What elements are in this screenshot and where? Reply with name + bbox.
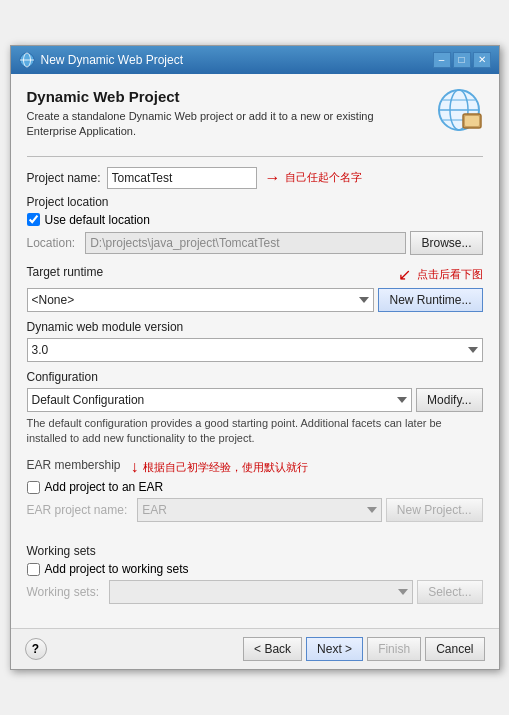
project-name-annotation: 自己任起个名字	[285, 170, 362, 185]
working-sets-select[interactable]	[109, 580, 413, 604]
minimize-button[interactable]: –	[433, 52, 451, 68]
window-icon	[19, 52, 35, 68]
ear-membership-label: EAR membership	[27, 458, 121, 472]
globe-icon	[435, 86, 483, 134]
add-to-working-sets-label: Add project to working sets	[45, 562, 189, 576]
arrow-down-icon: ↙	[398, 265, 411, 284]
close-button[interactable]: ✕	[473, 52, 491, 68]
back-button[interactable]: < Back	[243, 637, 302, 661]
browse-button[interactable]: Browse...	[410, 231, 482, 255]
finish-button[interactable]: Finish	[367, 637, 421, 661]
modify-button[interactable]: Modify...	[416, 388, 482, 412]
configuration-select[interactable]: Default Configuration	[27, 388, 413, 412]
target-runtime-section: Target runtime ↙ 点击后看下图 <None> New Runti…	[27, 265, 483, 312]
project-name-annotation-area: → 自己任起个名字	[265, 169, 362, 187]
configuration-section: Configuration Default Configuration Modi…	[27, 370, 483, 447]
add-to-working-sets-checkbox[interactable]	[27, 563, 40, 576]
configuration-hint: The default configuration provides a goo…	[27, 416, 483, 447]
arrow-right-icon: →	[265, 169, 281, 187]
content-area: Dynamic Web Project Create a standalone …	[11, 74, 499, 629]
use-default-location-label: Use default location	[45, 213, 150, 227]
configuration-row: Default Configuration Modify...	[27, 388, 483, 412]
help-button[interactable]: ?	[25, 638, 47, 660]
title-bar-controls: – □ ✕	[433, 52, 491, 68]
project-name-input[interactable]	[107, 167, 257, 189]
project-location-label: Project location	[27, 195, 483, 209]
maximize-button[interactable]: □	[453, 52, 471, 68]
add-to-ear-label: Add project to an EAR	[45, 480, 164, 494]
title-bar: New Dynamic Web Project – □ ✕	[11, 46, 499, 74]
target-runtime-select[interactable]: <None>	[27, 288, 375, 312]
web-module-version-select[interactable]: 3.0	[27, 338, 483, 362]
footer-right: < Back Next > Finish Cancel	[243, 637, 484, 661]
ear-membership-section: EAR membership ↓ 根据自己初学经验，使用默认就行 Add pro…	[27, 454, 483, 536]
project-name-label: Project name:	[27, 171, 101, 185]
ear-project-name-label: EAR project name:	[27, 503, 128, 517]
footer-left: ?	[25, 638, 47, 660]
title-bar-left: New Dynamic Web Project	[19, 52, 184, 68]
ear-project-name-row: EAR project name: EAR New Project...	[27, 498, 483, 522]
working-sets-label: Working sets	[27, 544, 483, 558]
working-sets-section: Working sets Add project to working sets…	[27, 544, 483, 604]
web-module-version-section: Dynamic web module version 3.0	[27, 320, 483, 362]
project-location-section: Project location Use default location Lo…	[27, 195, 483, 255]
use-default-location-checkbox[interactable]	[27, 213, 40, 226]
cancel-button[interactable]: Cancel	[425, 637, 484, 661]
target-runtime-annotation: 点击后看下图	[417, 267, 483, 282]
ear-arrow-icon: ↓	[131, 458, 139, 476]
select-button[interactable]: Select...	[417, 580, 482, 604]
ear-annotation-area: ↓ 根据自己初学经验，使用默认就行	[131, 458, 308, 476]
add-to-ear-checkbox[interactable]	[27, 481, 40, 494]
svg-rect-9	[465, 116, 479, 126]
ear-annotation: 根据自己初学经验，使用默认就行	[143, 460, 308, 475]
use-default-location-row: Use default location	[27, 213, 483, 227]
globe-icon-area	[435, 86, 483, 137]
location-input-row: Location: Browse...	[27, 231, 483, 255]
main-window: New Dynamic Web Project – □ ✕ Dynamic We…	[10, 45, 500, 671]
add-to-working-sets-row: Add project to working sets	[27, 562, 483, 576]
project-name-row: Project name: → 自己任起个名字	[27, 167, 483, 189]
working-sets-row: Working sets: Select...	[27, 580, 483, 604]
ear-project-name-select[interactable]: EAR	[137, 498, 382, 522]
ear-header-row: EAR membership ↓ 根据自己初学经验，使用默认就行	[27, 458, 483, 476]
target-runtime-row: <None> New Runtime...	[27, 288, 483, 312]
configuration-label: Configuration	[27, 370, 483, 384]
header-section: Dynamic Web Project Create a standalone …	[27, 88, 427, 152]
header-divider	[27, 156, 483, 157]
new-runtime-button[interactable]: New Runtime...	[378, 288, 482, 312]
page-description: Create a standalone Dynamic Web project …	[27, 109, 427, 140]
target-runtime-annotation-area: ↙ 点击后看下图	[398, 265, 483, 284]
target-runtime-label: Target runtime	[27, 265, 104, 279]
next-button[interactable]: Next >	[306, 637, 363, 661]
web-module-version-label: Dynamic web module version	[27, 320, 483, 334]
new-project-button[interactable]: New Project...	[386, 498, 483, 522]
title-bar-title: New Dynamic Web Project	[41, 53, 184, 67]
location-input[interactable]	[85, 232, 406, 254]
dialog-footer: ? < Back Next > Finish Cancel	[11, 628, 499, 669]
page-title: Dynamic Web Project	[27, 88, 427, 105]
location-label: Location:	[27, 236, 76, 250]
add-to-ear-row: Add project to an EAR	[27, 480, 483, 494]
working-sets-field-label: Working sets:	[27, 585, 99, 599]
